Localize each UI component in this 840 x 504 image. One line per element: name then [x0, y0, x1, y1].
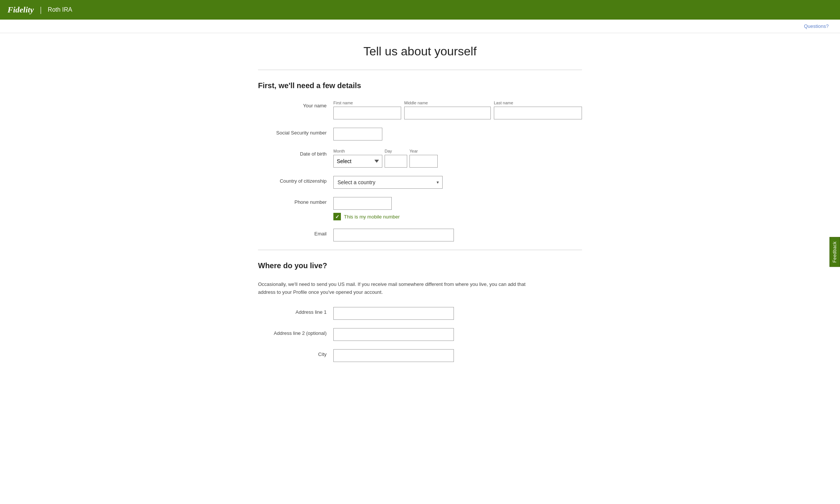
mobile-checkbox-row: This is my mobile number: [333, 213, 582, 220]
dob-month-select[interactable]: Select January February March April May …: [333, 155, 382, 168]
address1-fields: [333, 307, 582, 320]
your-name-fields: First name Middle name Last name: [333, 101, 582, 119]
main-content: Tell us about yourself First, we'll need…: [250, 33, 590, 393]
section-address: Where do you live? Occasionally, we'll n…: [258, 261, 582, 362]
address1-input[interactable]: [333, 307, 454, 320]
dob-month-sublabel: Month: [333, 149, 382, 153]
address2-label: Address line 2 (optional): [258, 328, 333, 336]
mobile-checkbox-label: This is my mobile number: [344, 214, 400, 220]
your-name-row: Your name First name Middle name Last na…: [258, 101, 582, 119]
email-fields: [333, 229, 582, 241]
name-inputs: [333, 107, 582, 119]
phone-fields: This is my mobile number: [333, 197, 582, 220]
city-input[interactable]: [333, 349, 454, 362]
dob-year-sublabel: Year: [409, 149, 438, 153]
dob-year-input[interactable]: [409, 155, 438, 168]
fidelity-logo: Fidelity: [8, 5, 34, 15]
dob-row: Date of birth Month Day Year Select Janu…: [258, 149, 582, 168]
questions-bar: Questions?: [0, 20, 840, 33]
last-name-sublabel: Last name: [494, 101, 582, 105]
country-row: Country of citizenship Select a country …: [258, 176, 582, 189]
address1-row: Address line 1: [258, 307, 582, 320]
page-title: Tell us about yourself: [258, 44, 582, 58]
country-select-wrapper: Select a country United States Canada Un…: [333, 176, 443, 189]
middle-name-sublabel: Middle name: [404, 101, 491, 105]
last-name-input[interactable]: [494, 107, 582, 119]
dob-sublabels: Month Day Year: [333, 149, 582, 153]
city-fields: [333, 349, 582, 362]
first-name-sublabel: First name: [333, 101, 401, 105]
header: Fidelity | Roth IRA: [0, 0, 840, 20]
dob-day-input[interactable]: [385, 155, 407, 168]
name-sublabels: First name Middle name Last name: [333, 101, 582, 105]
dob-label: Date of birth: [258, 149, 333, 157]
email-label: Email: [258, 229, 333, 237]
email-row: Email: [258, 229, 582, 241]
section2-title: Where do you live?: [258, 261, 582, 270]
country-select[interactable]: Select a country United States Canada Un…: [333, 176, 443, 189]
dob-fields: Month Day Year Select January February M…: [333, 149, 582, 168]
email-input[interactable]: [333, 229, 454, 241]
feedback-tab-wrapper: Feedback: [829, 237, 840, 267]
city-row: City: [258, 349, 582, 362]
address1-label: Address line 1: [258, 307, 333, 315]
phone-row: Phone number This is my mobile number: [258, 197, 582, 220]
city-label: City: [258, 349, 333, 357]
address2-fields: [333, 328, 582, 341]
dob-inputs: Select January February March April May …: [333, 155, 582, 168]
section-divider-1: [258, 70, 582, 70]
country-fields: Select a country United States Canada Un…: [333, 176, 582, 189]
section1-title: First, we'll need a few details: [258, 81, 582, 90]
feedback-tab[interactable]: Feedback: [829, 237, 840, 267]
ssn-row: Social Security number: [258, 128, 582, 141]
ssn-label: Social Security number: [258, 128, 333, 136]
your-name-label: Your name: [258, 101, 333, 108]
address2-row: Address line 2 (optional): [258, 328, 582, 341]
header-logo: Fidelity | Roth IRA: [8, 5, 72, 15]
phone-label: Phone number: [258, 197, 333, 205]
first-name-input[interactable]: [333, 107, 401, 119]
section2-description: Occasionally, we'll need to send you US …: [258, 281, 541, 296]
questions-link[interactable]: Questions?: [804, 23, 829, 29]
section-divider-2: [258, 250, 582, 250]
section-personal-details: First, we'll need a few details Your nam…: [258, 81, 582, 241]
mobile-checkbox-wrapper[interactable]: [333, 213, 341, 220]
header-divider: |: [40, 6, 42, 14]
ssn-input[interactable]: [333, 128, 382, 141]
address2-input[interactable]: [333, 328, 454, 341]
header-page-title: Roth IRA: [48, 6, 72, 13]
dob-day-sublabel: Day: [385, 149, 407, 153]
ssn-fields: [333, 128, 582, 141]
phone-input[interactable]: [333, 197, 392, 210]
middle-name-input[interactable]: [404, 107, 491, 119]
country-label: Country of citizenship: [258, 176, 333, 184]
